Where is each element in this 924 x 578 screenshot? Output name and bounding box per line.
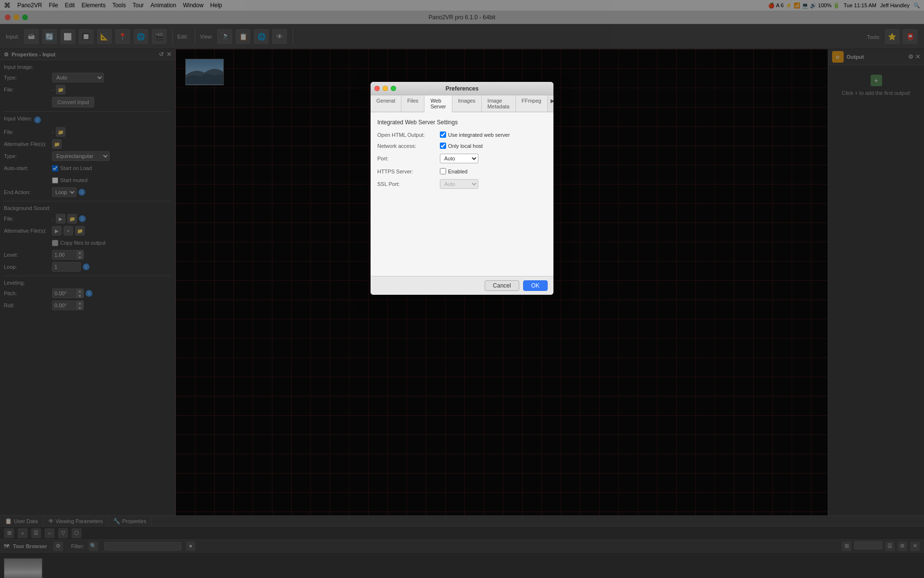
https-label: HTTPS Server: bbox=[377, 169, 440, 174]
open-html-label: Open HTML Output: bbox=[377, 132, 440, 138]
network-access-control: Only local host bbox=[440, 143, 547, 149]
dialog-title-bar: Preferences bbox=[371, 82, 553, 95]
port-control: Auto bbox=[440, 154, 547, 163]
dialog-tabs: General Files Web Server Images Image Me… bbox=[371, 95, 553, 112]
tab-image-metadata[interactable]: Image Metadata bbox=[482, 95, 516, 112]
ssl-port-label: SSL Port: bbox=[377, 181, 440, 187]
tab-ffmpeg[interactable]: FFmpeg bbox=[516, 95, 548, 112]
dialog-min-btn[interactable] bbox=[383, 86, 388, 91]
tab-more-btn[interactable]: ▶ bbox=[548, 95, 553, 112]
open-html-row: Open HTML Output: Use integrated web ser… bbox=[377, 131, 547, 138]
port-select[interactable]: Auto bbox=[440, 154, 478, 163]
use-integrated-label: Use integrated web server bbox=[448, 132, 510, 138]
dialog-content: Integrated Web Server Settings Open HTML… bbox=[371, 112, 553, 276]
network-access-label: Network access: bbox=[377, 143, 440, 149]
network-access-row: Network access: Only local host bbox=[377, 143, 547, 149]
ssl-port-control: Auto bbox=[440, 179, 547, 189]
dialog-close-btn[interactable] bbox=[374, 86, 380, 91]
preferences-dialog: Preferences General Files Web Server Ima… bbox=[371, 82, 553, 295]
local-host-checkbox[interactable] bbox=[440, 143, 446, 149]
cancel-btn[interactable]: Cancel bbox=[485, 280, 519, 291]
ok-btn[interactable]: OK bbox=[523, 280, 548, 291]
dialog-max-btn[interactable] bbox=[391, 86, 396, 91]
dialog-overlay: Preferences General Files Web Server Ima… bbox=[0, 0, 924, 578]
tab-general[interactable]: General bbox=[371, 95, 401, 112]
tab-images[interactable]: Images bbox=[452, 95, 482, 112]
ssl-port-select[interactable]: Auto bbox=[440, 179, 478, 189]
local-host-label: Only local host bbox=[448, 143, 483, 149]
port-label: Port: bbox=[377, 156, 440, 161]
https-enabled-label: Enabled bbox=[448, 169, 467, 174]
tab-web-server[interactable]: Web Server bbox=[424, 95, 452, 112]
tab-files[interactable]: Files bbox=[401, 95, 424, 112]
ssl-port-row: SSL Port: Auto bbox=[377, 179, 547, 189]
https-enabled-checkbox[interactable] bbox=[440, 168, 446, 174]
dialog-window-controls bbox=[374, 86, 396, 91]
https-row: HTTPS Server: Enabled bbox=[377, 168, 547, 174]
use-integrated-checkbox[interactable] bbox=[440, 131, 446, 138]
https-control: Enabled bbox=[440, 168, 547, 174]
dialog-section-title: Integrated Web Server Settings bbox=[377, 119, 547, 126]
dialog-title: Preferences bbox=[446, 85, 479, 92]
open-html-control: Use integrated web server bbox=[440, 131, 547, 138]
port-row: Port: Auto bbox=[377, 154, 547, 163]
dialog-footer: Cancel OK bbox=[371, 276, 553, 295]
